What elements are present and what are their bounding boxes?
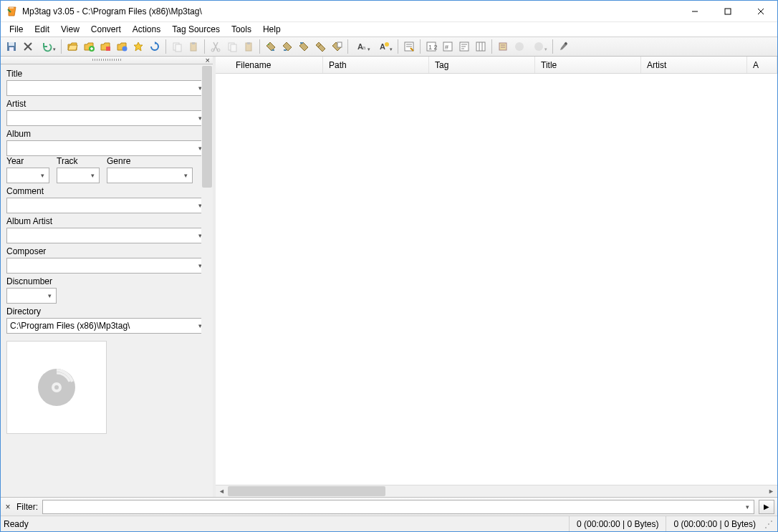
svg-rect-17 <box>192 42 195 44</box>
label-comment: Comment <box>6 186 207 196</box>
app-icon <box>6 6 18 17</box>
quick-actions-icon[interactable]: A <box>373 39 395 54</box>
save-icon[interactable] <box>4 39 19 54</box>
panel-scrollbar[interactable] <box>201 64 213 497</box>
text-file-tag-icon[interactable] <box>329 39 345 54</box>
menu-actions[interactable]: Actions <box>127 24 166 35</box>
maximize-button[interactable] <box>711 1 744 22</box>
svg-point-47 <box>515 42 524 51</box>
col-path[interactable]: Path <box>323 57 429 73</box>
col-artist[interactable]: Artist <box>641 57 747 73</box>
svg-rect-6 <box>9 47 14 51</box>
input-genre[interactable]: ▾ <box>107 168 193 183</box>
explorer-folder-icon[interactable] <box>114 39 130 54</box>
window-title: Mp3tag v3.05 - C:\Program Files (x86)\Mp… <box>22 6 202 16</box>
filename-filename-icon[interactable] <box>296 39 312 54</box>
input-composer[interactable]: ▾ <box>6 258 207 274</box>
web-sources-icon[interactable] <box>528 39 549 54</box>
label-artist: Artist <box>6 99 207 109</box>
cut-icon[interactable] <box>208 39 224 54</box>
favorite-icon[interactable] <box>130 39 146 54</box>
input-artist[interactable]: ▾ <box>6 110 207 126</box>
autonumber-icon[interactable]: 1 2 <box>423 39 439 54</box>
refresh-icon[interactable] <box>147 39 163 54</box>
status-bar: Ready 0 (00:00:00 | 0 Bytes) 0 (00:00:00… <box>1 516 777 531</box>
input-directory[interactable]: C:\Program Files (x86)\Mp3tag\▾ <box>6 318 207 334</box>
add-folder-icon[interactable] <box>81 39 97 54</box>
open-folder-icon[interactable] <box>64 39 80 54</box>
menubar: File Edit View Convert Actions Tag Sourc… <box>1 22 777 37</box>
menu-convert[interactable]: Convert <box>85 24 127 35</box>
svg-text:1 2: 1 2 <box>428 44 437 51</box>
options-icon[interactable] <box>556 39 572 54</box>
svg-rect-12 <box>106 47 110 51</box>
col-tag[interactable]: Tag <box>429 57 535 73</box>
cover-art-box[interactable] <box>6 341 107 434</box>
tag-tag-icon[interactable] <box>312 39 328 54</box>
svg-rect-25 <box>337 42 342 47</box>
main-area: × Title ▾ Artist ▾ Album ▾ Year ▾ Track … <box>1 57 777 497</box>
scroll-left-icon[interactable]: ◄ <box>216 485 228 498</box>
titlebar: Mp3tag v3.05 - C:\Program Files (x86)\Mp… <box>1 1 777 22</box>
col-filename[interactable]: Filename <box>216 57 323 73</box>
file-list-body[interactable] <box>216 74 777 485</box>
input-track[interactable]: ▾ <box>57 168 100 183</box>
label-directory: Directory <box>6 306 207 316</box>
undo-icon[interactable] <box>37 39 58 54</box>
input-comment[interactable]: ▾ <box>6 198 207 213</box>
copy-icon[interactable] <box>224 39 240 54</box>
copy-tag-icon[interactable] <box>169 39 185 54</box>
horizontal-scrollbar[interactable]: ◄ ► <box>216 485 777 497</box>
scroll-right-icon[interactable]: ► <box>765 485 777 498</box>
paste-tag-icon[interactable] <box>186 39 201 54</box>
label-title: Title <box>6 69 207 79</box>
status-selection: 0 (00:00:00 | 0 Bytes) <box>569 516 666 531</box>
input-year[interactable]: ▾ <box>6 168 49 183</box>
paste-icon[interactable] <box>241 39 256 54</box>
tag-filename-icon[interactable] <box>263 39 279 54</box>
menu-tag-sources[interactable]: Tag Sources <box>166 24 226 35</box>
svg-point-13 <box>123 47 128 52</box>
status-total: 0 (00:00:00 | 0 Bytes) <box>666 516 763 531</box>
col-title[interactable]: Title <box>535 57 641 73</box>
file-list: Filename Path Tag Title Artist A ◄ ► <box>216 57 777 497</box>
menu-help[interactable]: Help <box>257 24 287 35</box>
status-ready: Ready <box>4 519 569 529</box>
label-composer: Composer <box>6 246 207 256</box>
panel-handle[interactable]: × <box>1 57 213 64</box>
toolbar: Aa A 1 2 # <box>1 37 777 57</box>
playlist-folder-icon[interactable] <box>97 39 113 54</box>
panel-close-icon[interactable]: × <box>206 56 210 64</box>
input-title[interactable]: ▾ <box>6 80 207 96</box>
menu-edit[interactable]: Edit <box>29 24 55 35</box>
sort-icon[interactable] <box>456 39 472 54</box>
resize-grip-icon[interactable]: ⋰ <box>763 519 774 529</box>
col-overflow[interactable]: A <box>747 57 777 73</box>
minimize-button[interactable] <box>678 1 711 22</box>
actions-icon[interactable]: Aa <box>351 39 373 54</box>
remove-tag-icon[interactable] <box>20 39 36 54</box>
renumber-icon[interactable]: # <box>440 39 456 54</box>
menu-tools[interactable]: Tools <box>226 24 257 35</box>
tag-panel: × Title ▾ Artist ▾ Album ▾ Year ▾ Track … <box>1 57 216 497</box>
label-track: Track <box>57 156 100 166</box>
label-discnumber: Discnumber <box>6 276 207 286</box>
filter-input[interactable]: ▾ <box>42 500 754 514</box>
input-discnumber[interactable]: ▾ <box>6 288 57 304</box>
columns-icon[interactable] <box>473 39 489 54</box>
playlist-icon[interactable] <box>495 39 511 54</box>
filter-close-icon[interactable]: × <box>4 502 12 512</box>
svg-text:a: a <box>362 44 366 51</box>
input-album[interactable]: ▾ <box>6 140 207 156</box>
menu-view[interactable]: View <box>55 24 85 35</box>
filter-bar: × Filter: ▾ ▶ <box>1 497 777 516</box>
input-album-artist[interactable]: ▾ <box>6 228 207 243</box>
close-button[interactable] <box>744 1 777 22</box>
filter-apply-button[interactable]: ▶ <box>759 500 774 514</box>
svg-point-29 <box>385 42 389 47</box>
web-source-icon[interactable] <box>512 39 527 54</box>
filename-tag-icon[interactable] <box>279 39 295 54</box>
extended-tags-icon[interactable] <box>401 39 417 54</box>
svg-point-48 <box>534 42 543 51</box>
menu-file[interactable]: File <box>4 24 29 35</box>
